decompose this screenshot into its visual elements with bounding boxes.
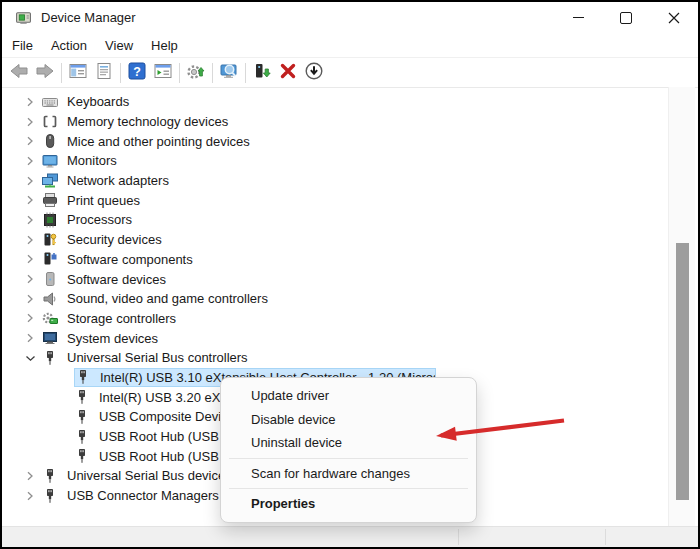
tree-item-network-adapters[interactable]: Network adapters bbox=[2, 171, 670, 191]
device-manager-icon bbox=[15, 9, 32, 26]
chevron-right-icon[interactable] bbox=[22, 153, 38, 169]
toolbar-button-update-driver-settings[interactable] bbox=[183, 61, 209, 85]
status-bar bbox=[2, 526, 698, 547]
tree-item-processors[interactable]: Processors bbox=[2, 210, 670, 230]
toolbar-button-scan-hardware[interactable] bbox=[216, 61, 242, 85]
chevron-right-icon[interactable] bbox=[22, 173, 38, 189]
tree-item-software-components[interactable]: Software components bbox=[2, 250, 670, 270]
vertical-scrollbar[interactable] bbox=[668, 87, 695, 527]
chevron-right-icon[interactable] bbox=[22, 133, 38, 149]
tree-item-label: Keyboards bbox=[67, 94, 129, 109]
tree-item-label: Software devices bbox=[67, 272, 166, 287]
context-menu-item-uninstall-device[interactable]: Uninstall device bbox=[221, 431, 476, 455]
tree-row-content[interactable]: System devices bbox=[42, 328, 158, 348]
tree-row-content[interactable]: Security devices bbox=[42, 230, 162, 250]
chevron-right-icon[interactable] bbox=[22, 94, 38, 110]
speaker-icon bbox=[42, 291, 58, 307]
toolbar-button-back-arrow[interactable] bbox=[6, 61, 32, 85]
tree-row-content[interactable]: Storage controllers bbox=[42, 309, 176, 329]
menubar-item-help[interactable]: Help bbox=[142, 35, 187, 56]
minimize-icon bbox=[573, 17, 584, 18]
chevron-right-icon[interactable] bbox=[22, 212, 38, 228]
tree-row-content[interactable]: Keyboards bbox=[42, 92, 129, 112]
memory-icon bbox=[42, 114, 58, 130]
maximize-button[interactable] bbox=[602, 2, 650, 33]
tree-item-label: Security devices bbox=[67, 232, 162, 247]
chevron-right-icon[interactable] bbox=[22, 310, 38, 326]
chevron-right-icon[interactable] bbox=[22, 488, 38, 504]
menubar-item-file[interactable]: File bbox=[3, 35, 42, 56]
tree-row-content[interactable]: Memory technology devices bbox=[42, 112, 228, 132]
tree-item-universal-serial-bus-controllers[interactable]: Universal Serial Bus controllers bbox=[2, 348, 670, 368]
statusbar-separator bbox=[458, 529, 459, 545]
tree-item-security-devices[interactable]: Security devices bbox=[2, 230, 670, 250]
chevron-right-icon[interactable] bbox=[22, 271, 38, 287]
title-bar: Device Manager bbox=[2, 2, 698, 33]
tree-item-memory-technology-devices[interactable]: Memory technology devices bbox=[2, 112, 670, 132]
context-menu-item-scan-for-hardware-changes[interactable]: Scan for hardware changes bbox=[221, 462, 476, 486]
context-menu-item-properties[interactable]: Properties bbox=[221, 492, 476, 516]
toolbar-button-help[interactable]: ? bbox=[124, 61, 150, 85]
tree-row-content[interactable]: Sound, video and game controllers bbox=[42, 289, 268, 309]
back-arrow-icon bbox=[9, 61, 29, 85]
tree-item-label: Universal Serial Bus controllers bbox=[67, 350, 248, 365]
tree-row-content[interactable]: USB Root Hub (USB 3.0 bbox=[74, 446, 241, 466]
toolbar-button-show-console-tree[interactable] bbox=[65, 61, 91, 85]
tree-item-label: Software components bbox=[67, 252, 193, 267]
toolbar-button-properties-list[interactable] bbox=[91, 61, 117, 85]
toolbar-button-device-update[interactable] bbox=[249, 61, 275, 85]
software-device-icon bbox=[42, 271, 58, 287]
usb-icon bbox=[42, 468, 58, 484]
tree-row-content[interactable]: Print queues bbox=[42, 190, 140, 210]
tree-row-content[interactable]: USB Root Hub (USB 3.0 bbox=[74, 427, 241, 447]
tree-item-mice-and-other-pointing-devices[interactable]: Mice and other pointing devices bbox=[2, 131, 670, 151]
chevron-right-icon[interactable] bbox=[22, 232, 38, 248]
close-button[interactable] bbox=[650, 2, 698, 33]
chevron-down-icon[interactable] bbox=[22, 350, 38, 366]
chevron-right-icon[interactable] bbox=[22, 291, 38, 307]
tree-row-content[interactable]: Universal Serial Bus controllers bbox=[42, 348, 248, 368]
tree-row-content[interactable]: Mice and other pointing devices bbox=[42, 131, 250, 151]
menubar-item-action[interactable]: Action bbox=[42, 35, 96, 56]
tree-row-content[interactable]: USB Connector Managers bbox=[42, 486, 219, 506]
usb-icon bbox=[74, 429, 90, 445]
tree-item-software-devices[interactable]: Software devices bbox=[2, 269, 670, 289]
toolbar-button-forward-arrow[interactable] bbox=[32, 61, 58, 85]
scrollbar-thumb[interactable] bbox=[676, 243, 689, 500]
minimize-button[interactable] bbox=[554, 2, 602, 33]
tree-item-system-devices[interactable]: System devices bbox=[2, 328, 670, 348]
chevron-right-icon[interactable] bbox=[22, 114, 38, 130]
tree-row-content[interactable]: Software devices bbox=[42, 269, 166, 289]
tree-item-print-queues[interactable]: Print queues bbox=[2, 190, 670, 210]
tree-item-label: Memory technology devices bbox=[67, 114, 228, 129]
security-key-icon bbox=[42, 232, 58, 248]
menubar-item-view[interactable]: View bbox=[96, 35, 142, 56]
tree-item-label: Processors bbox=[67, 212, 132, 227]
help-icon: ? bbox=[127, 61, 147, 85]
tree-item-storage-controllers[interactable]: Storage controllers bbox=[2, 309, 670, 329]
tree-row-content[interactable]: Universal Serial Bus device bbox=[42, 466, 225, 486]
chevron-right-icon[interactable] bbox=[22, 251, 38, 267]
tree-item-monitors[interactable]: Monitors bbox=[2, 151, 670, 171]
context-menu: Update driverDisable deviceUninstall dev… bbox=[220, 377, 477, 523]
system-icon bbox=[42, 330, 58, 346]
printer-icon bbox=[42, 192, 58, 208]
chevron-right-icon[interactable] bbox=[22, 468, 38, 484]
tree-row-content[interactable]: Network adapters bbox=[42, 171, 169, 191]
toolbar-button-uninstall-x[interactable] bbox=[275, 61, 301, 85]
tree-item-keyboards[interactable]: Keyboards bbox=[2, 92, 670, 112]
chevron-right-icon[interactable] bbox=[22, 330, 38, 346]
chevron-right-icon[interactable] bbox=[22, 192, 38, 208]
tree-row-content[interactable]: USB Composite Device bbox=[74, 407, 235, 427]
tree-row-content[interactable]: Processors bbox=[42, 210, 132, 230]
tree-item-label: USB Composite Device bbox=[99, 409, 235, 424]
toolbar: ? bbox=[2, 58, 698, 88]
toolbar-button-disable-down[interactable] bbox=[301, 61, 327, 85]
context-menu-item-disable-device[interactable]: Disable device bbox=[221, 408, 476, 432]
toolbar-button-action-pane[interactable] bbox=[150, 61, 176, 85]
tree-row-content[interactable]: Software components bbox=[42, 250, 193, 270]
tree-item-sound-video-and-game-controllers[interactable]: Sound, video and game controllers bbox=[2, 289, 670, 309]
uninstall-x-icon bbox=[278, 61, 298, 85]
tree-row-content[interactable]: Monitors bbox=[42, 151, 117, 171]
context-menu-item-update-driver[interactable]: Update driver bbox=[221, 384, 476, 408]
